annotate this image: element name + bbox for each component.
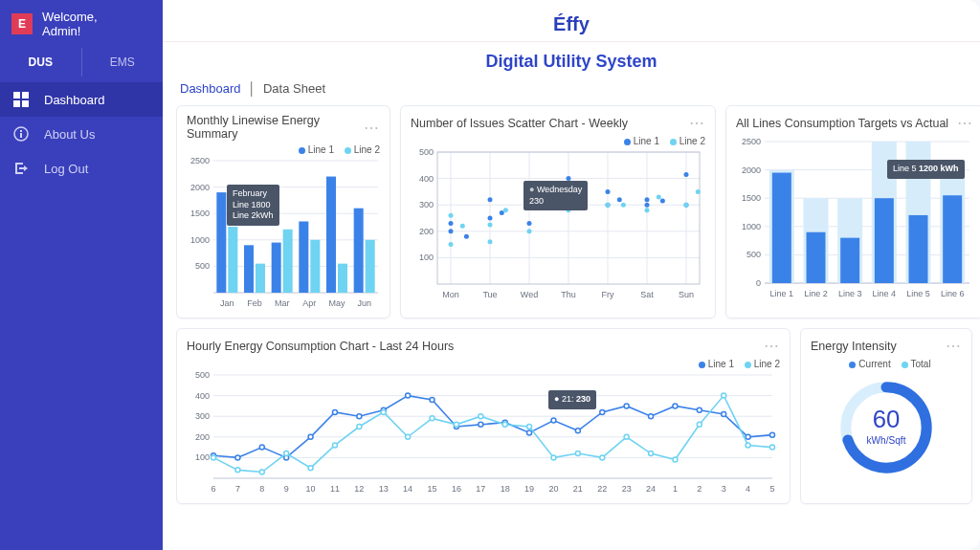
svg-point-161 [746, 434, 750, 439]
svg-point-186 [770, 445, 775, 450]
svg-text:22: 22 [597, 484, 607, 494]
svg-text:Jan: Jan [220, 298, 234, 308]
svg-text:2000: 2000 [190, 183, 210, 192]
card-menu-icon[interactable]: ⋯ [946, 337, 962, 355]
svg-point-157 [649, 414, 654, 419]
sidebar-tabs: DUS EMS [0, 48, 163, 77]
logo-icon: E [11, 13, 33, 34]
svg-text:Line 2: Line 2 [804, 289, 828, 298]
card-title-text: Monthly Linewise Energy Summary [187, 114, 364, 141]
sidebar-item-about[interactable]: About Us [0, 117, 163, 151]
breadcrumb: Dashboard │ Data Sheet [163, 77, 980, 105]
svg-point-71 [660, 199, 665, 204]
svg-text:7: 7 [235, 484, 240, 494]
svg-text:May: May [328, 298, 345, 308]
sidebar-welcome: E Welcome, Admin! [0, 0, 163, 48]
crumb-dashboard[interactable]: Dashboard [180, 81, 241, 96]
svg-point-77 [488, 239, 493, 244]
svg-point-154 [575, 429, 580, 433]
welcome-line2: Admin! [42, 24, 80, 38]
svg-point-163 [212, 455, 216, 460]
svg-point-147 [406, 393, 411, 398]
svg-point-172 [430, 416, 434, 421]
bar-chart: 5001000150020002500JanFebMarAprMayJun [187, 157, 382, 310]
card-menu-icon[interactable]: ⋯ [689, 114, 705, 132]
svg-point-174 [479, 414, 483, 419]
svg-rect-5 [20, 133, 22, 138]
svg-text:Apr: Apr [302, 298, 316, 308]
sidebar-nav: Dashboard About Us Log Out [0, 82, 163, 186]
svg-text:2500: 2500 [742, 137, 761, 146]
svg-text:1500: 1500 [190, 209, 210, 218]
sidebar-item-logout[interactable]: Log Out [0, 151, 163, 186]
svg-text:18: 18 [501, 484, 510, 494]
card-monthly-bar: Monthly Linewise Energy Summary ⋯ Line 1… [176, 105, 390, 319]
card-menu-icon[interactable]: ⋯ [957, 114, 973, 132]
svg-text:Feb: Feb [247, 298, 262, 308]
svg-text:24: 24 [646, 484, 656, 494]
svg-point-180 [624, 434, 629, 439]
svg-rect-0 [13, 92, 20, 99]
svg-point-153 [551, 418, 556, 423]
sidebar-item-dashboard[interactable]: Dashboard [0, 82, 163, 117]
main: Éffy Digital Utility System Dashboard │ … [163, 0, 980, 550]
svg-rect-18 [216, 192, 226, 293]
svg-point-181 [649, 451, 654, 456]
svg-text:400: 400 [195, 391, 210, 401]
svg-point-152 [527, 430, 532, 435]
svg-point-58 [488, 197, 493, 202]
svg-text:2000: 2000 [742, 165, 761, 175]
topbar: Éffy [163, 0, 980, 42]
svg-text:17: 17 [476, 484, 485, 494]
svg-point-87 [657, 194, 661, 199]
svg-text:20: 20 [548, 484, 558, 494]
svg-point-73 [684, 172, 689, 177]
svg-point-183 [697, 422, 702, 427]
logout-icon [13, 161, 33, 176]
svg-text:200: 200 [195, 432, 210, 442]
svg-text:1: 1 [673, 484, 678, 494]
svg-rect-31 [338, 264, 347, 293]
svg-point-140 [235, 455, 240, 460]
svg-point-168 [332, 443, 337, 448]
svg-rect-3 [22, 100, 29, 107]
svg-rect-22 [256, 264, 265, 293]
card-title-text: Energy Intensity [811, 340, 897, 353]
crumb-datasheet[interactable]: Data Sheet [263, 81, 325, 96]
svg-rect-24 [272, 243, 281, 293]
svg-text:16: 16 [452, 484, 461, 494]
card-title-text: All Lines Consumption Targets vs Actual [736, 117, 948, 130]
chart-legend: Current Total [811, 359, 962, 369]
svg-text:3: 3 [722, 484, 726, 494]
svg-text:Sat: Sat [640, 290, 654, 299]
svg-rect-1 [22, 92, 29, 99]
svg-text:Tue: Tue [482, 290, 497, 299]
card-menu-icon[interactable]: ⋯ [364, 119, 380, 137]
card-title-text: Hourly Energy Consumption Chart - Last 2… [187, 340, 454, 353]
svg-rect-19 [228, 227, 237, 293]
svg-point-76 [460, 224, 465, 229]
svg-rect-120 [875, 198, 894, 283]
svg-text:8: 8 [259, 484, 264, 494]
svg-point-141 [259, 445, 264, 450]
grid-icon [13, 92, 33, 107]
svg-point-167 [308, 466, 313, 471]
svg-point-165 [259, 470, 264, 474]
svg-text:Thu: Thu [561, 290, 576, 299]
card-intensity: Energy Intensity ⋯ Current Total 60 kWh/… [800, 328, 972, 504]
svg-text:Mon: Mon [442, 290, 459, 299]
legend-dot-icon [902, 362, 908, 368]
sidebar-tab-dus[interactable]: DUS [0, 48, 82, 77]
svg-text:15: 15 [428, 484, 437, 494]
svg-text:400: 400 [419, 174, 434, 184]
legend-dot-icon [345, 147, 351, 154]
svg-text:Line 3: Line 3 [838, 289, 862, 298]
svg-text:1000: 1000 [190, 235, 210, 245]
gauge-unit: kWh/Sqft [867, 435, 906, 446]
svg-point-68 [617, 197, 622, 202]
card-menu-icon[interactable]: ⋯ [764, 337, 780, 355]
sidebar-tab-ems[interactable]: EMS [82, 48, 164, 77]
svg-text:100: 100 [195, 452, 210, 462]
svg-text:2: 2 [697, 484, 702, 494]
svg-text:4: 4 [746, 484, 750, 494]
